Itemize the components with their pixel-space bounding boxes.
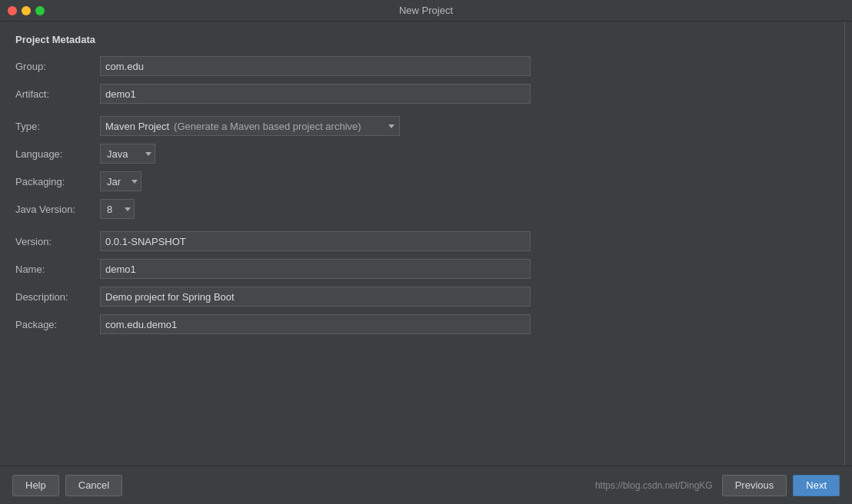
- previous-button[interactable]: Previous: [722, 475, 787, 496]
- next-button[interactable]: Next: [793, 475, 840, 496]
- group-row: Group:: [15, 56, 829, 76]
- title-bar: New Project: [0, 0, 852, 22]
- description-label: Description:: [15, 291, 100, 303]
- packaging-label: Packaging:: [15, 176, 100, 187]
- watermark-text: https://blog.csdn.net/DingKG: [595, 480, 713, 491]
- type-row: Type: Maven Project (Generate a Maven ba…: [15, 116, 829, 136]
- section-title: Project Metadata: [15, 34, 829, 45]
- maximize-button[interactable]: [35, 6, 45, 15]
- name-row: Name:: [15, 259, 829, 279]
- type-value: Maven Project: [105, 121, 169, 132]
- window-title: New Project: [399, 5, 453, 16]
- language-select[interactable]: Java Kotlin Groovy: [104, 148, 142, 160]
- bottom-left-actions: Help Cancel: [12, 475, 122, 496]
- version-row: Version:: [15, 231, 829, 251]
- package-input[interactable]: [100, 314, 531, 334]
- language-row: Language: Java Kotlin Groovy: [15, 144, 829, 164]
- right-sidebar: [844, 22, 852, 466]
- name-label: Name:: [15, 264, 100, 275]
- version-label: Version:: [15, 236, 100, 247]
- java-version-select-wrapper[interactable]: 8 11 17: [100, 199, 135, 219]
- java-version-dropdown-arrow: [125, 207, 131, 211]
- java-version-row: Java Version: 8 11 17: [15, 199, 829, 219]
- java-version-select[interactable]: 8 11 17: [104, 204, 121, 215]
- cancel-button[interactable]: Cancel: [65, 475, 122, 496]
- language-dropdown-arrow: [145, 152, 151, 156]
- main-content: Project Metadata Group: Artifact: Type: …: [0, 22, 852, 466]
- packaging-select-wrapper[interactable]: Jar War: [100, 171, 141, 191]
- version-input[interactable]: [100, 231, 531, 251]
- language-select-wrapper[interactable]: Java Kotlin Groovy: [100, 144, 155, 164]
- help-button[interactable]: Help: [12, 475, 59, 496]
- packaging-row: Packaging: Jar War: [15, 171, 829, 191]
- artifact-input[interactable]: [100, 84, 531, 104]
- package-row: Package:: [15, 314, 829, 334]
- description-row: Description:: [15, 287, 829, 307]
- name-input[interactable]: [100, 259, 531, 279]
- window-controls[interactable]: [8, 6, 45, 15]
- packaging-dropdown-arrow: [131, 180, 138, 184]
- bottom-bar: Help Cancel https://blog.csdn.net/DingKG…: [0, 466, 852, 504]
- artifact-row: Artifact:: [15, 84, 829, 104]
- description-input[interactable]: [100, 287, 531, 307]
- minimize-button[interactable]: [22, 6, 31, 15]
- type-dropdown-arrow: [388, 124, 394, 128]
- java-version-label: Java Version:: [15, 204, 100, 215]
- group-input[interactable]: [100, 56, 531, 76]
- package-label: Package:: [15, 319, 100, 330]
- packaging-select[interactable]: Jar War: [104, 176, 128, 187]
- type-label: Type:: [15, 121, 100, 132]
- dialog-panel: Project Metadata Group: Artifact: Type: …: [0, 22, 844, 466]
- group-label: Group:: [15, 61, 100, 72]
- bottom-right-actions: https://blog.csdn.net/DingKG Previous Ne…: [595, 475, 840, 496]
- close-button[interactable]: [8, 6, 17, 15]
- type-select-wrapper[interactable]: Maven Project (Generate a Maven based pr…: [100, 116, 400, 136]
- artifact-label: Artifact:: [15, 88, 100, 100]
- type-desc: (Generate a Maven based project archive): [174, 121, 361, 132]
- language-label: Language:: [15, 148, 100, 160]
